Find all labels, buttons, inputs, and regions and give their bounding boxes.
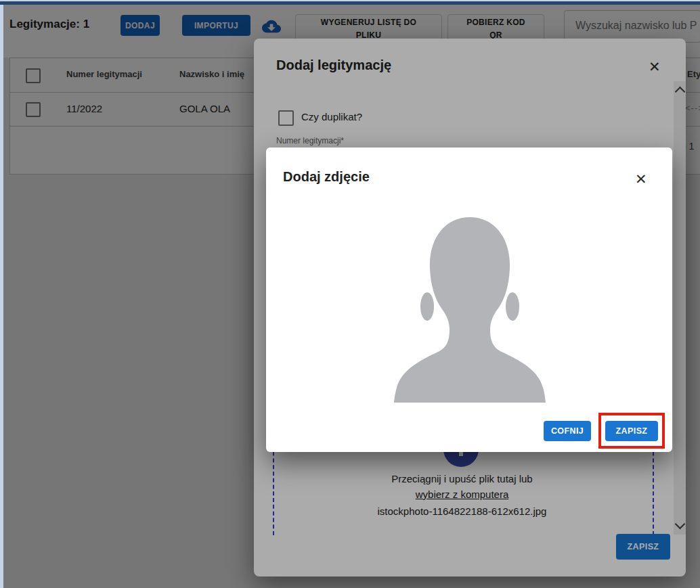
frame-left-border [0,5,3,588]
avatar-placeholder-icon [387,200,553,403]
frame-top-bar [0,1,700,5]
photo-preview [387,200,553,403]
close-icon[interactable]: ✕ [635,172,647,186]
photo-save-button[interactable]: ZAPISZ [605,421,658,441]
add-photo-dialog: Dodaj zdjęcie ✕ COFNIJ ZAPISZ [266,148,672,452]
add-photo-dialog-title: Dodaj zdjęcie [283,169,370,185]
back-button[interactable]: COFNIJ [544,421,591,441]
